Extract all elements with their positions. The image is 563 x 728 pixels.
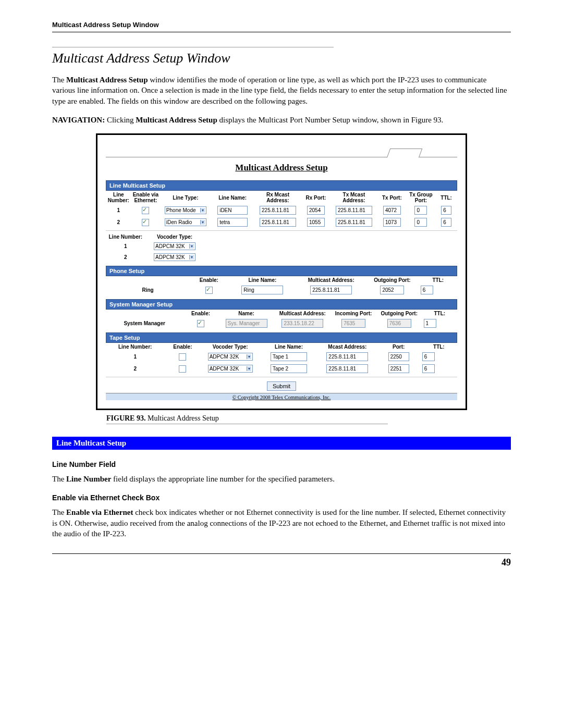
name-input[interactable]: Sys. Manager — [226, 319, 267, 328]
vocoder-select[interactable]: ADPCM 32K▾ — [208, 365, 253, 373]
intro-bold: Multicast Address Setup — [66, 76, 148, 84]
line-multicast-setup-heading: Line Multicast Setup — [52, 437, 511, 450]
figure-inner: Multicast Address Setup Line Multicast S… — [106, 145, 457, 400]
ttl-input[interactable]: 1 — [424, 319, 436, 328]
system-manager-table: Enable: Name: Multicast Address: Incomin… — [106, 310, 457, 329]
outgoing-port-input[interactable]: 7636 — [387, 319, 411, 328]
tx-port-input[interactable]: 1073 — [383, 218, 401, 227]
col-ttl: TTL: — [422, 310, 457, 317]
tx-group-port-input[interactable]: 0 — [414, 206, 427, 215]
tx-mcast-input[interactable]: 225.8.11.81 — [336, 206, 372, 215]
vocoder-value: ADPCM 32K — [210, 366, 239, 372]
header-rule — [52, 32, 511, 32]
ttl-input[interactable]: 6 — [441, 218, 451, 227]
mcast-addr-input[interactable]: 225.8.11.81 — [326, 352, 368, 361]
col-tx-group-port: Tx Group Port: — [407, 191, 436, 204]
mcast-addr-input[interactable]: 225.8.11.81 — [310, 286, 352, 294]
enable-checkbox[interactable] — [197, 320, 204, 327]
phone-setup-bar: Phone Setup — [106, 266, 457, 276]
line-name-input[interactable]: tetra — [217, 218, 248, 227]
line-number-field-head: Line Number Field — [52, 460, 511, 468]
enable-ethernet-field-head: Enable via Ethernet Check Box — [52, 493, 511, 502]
line-name-input[interactable]: iDEN — [217, 206, 248, 215]
col-line-type: Line Type: — [160, 191, 211, 204]
table-row: 1 ADPCM 32K▾ Tape 1 225.8.11.81 2250 6 — [106, 351, 457, 363]
ttl-input[interactable]: 6 — [441, 206, 451, 215]
col-line-number: Line Number: — [106, 343, 164, 351]
mcast-addr-input[interactable]: 233.15.18.22 — [282, 319, 323, 328]
col-name: Name: — [218, 310, 275, 317]
ring-label: Ring — [106, 284, 190, 296]
nav-bold: Multicast Address Setup — [136, 116, 217, 124]
table-row: Ring Ring 225.8.11.81 2052 6 — [106, 284, 457, 296]
col-enable: Enable: — [190, 276, 228, 284]
col-blank — [106, 276, 190, 284]
vocoder-select[interactable]: ADPCM 32K▾ — [154, 253, 195, 261]
enable-checkbox[interactable] — [142, 219, 149, 226]
tape-setup-table: Line Number: Enable: Vocoder Type: Line … — [106, 343, 457, 375]
figure-title: Multicast Address Setup — [106, 163, 457, 173]
col-outgoing-port: Outgoing Port: — [376, 310, 422, 317]
figure-caption: FIGURE 93. Multicast Address Setup — [106, 414, 511, 423]
col-blank — [106, 310, 183, 317]
chevron-down-icon: ▾ — [189, 255, 194, 260]
footer-rule — [52, 553, 511, 554]
page-header-title: Multicast Address Setup Window — [52, 21, 511, 29]
submit-button[interactable]: Submit — [267, 381, 296, 391]
enable-checkbox[interactable] — [205, 287, 213, 294]
line-type-value: Phone Mode — [166, 207, 196, 213]
col-enable-ethernet: Enable via Ethernet: — [131, 191, 161, 204]
incoming-port-input[interactable]: 7635 — [341, 319, 365, 328]
line-name-input[interactable]: Tape 1 — [271, 352, 307, 361]
rx-port-input[interactable]: 2054 — [307, 206, 325, 215]
chevron-down-icon: ▾ — [247, 354, 251, 359]
line-type-value: iDen Radio — [166, 219, 192, 225]
col-mcast-addr: Multicast Address: — [275, 310, 331, 317]
vocoder-select[interactable]: ADPCM 32K▾ — [208, 353, 253, 361]
rx-mcast-input[interactable]: 225.8.11.81 — [260, 218, 296, 227]
ttl-input[interactable]: 6 — [422, 352, 435, 361]
ttl-input[interactable]: 6 — [421, 286, 433, 294]
line-type-select[interactable]: Phone Mode▾ — [165, 206, 206, 214]
line-multicast-table: Line Number: Enable via Ethernet: Line T… — [106, 191, 457, 228]
chevron-down-icon: ▾ — [200, 220, 205, 225]
phone-setup-table: Enable: Line Name: Multicast Address: Ou… — [106, 276, 457, 296]
tx-mcast-input[interactable]: 225.8.11.81 — [336, 218, 372, 227]
line-name-input[interactable]: Tape 2 — [271, 364, 307, 373]
line-name-input[interactable]: Ring — [241, 286, 283, 294]
mcast-addr-input[interactable]: 225.8.11.81 — [326, 364, 368, 373]
line-num: 1 — [106, 241, 145, 252]
enable-checkbox[interactable] — [179, 365, 186, 373]
f2-prefix: The — [52, 508, 66, 516]
vocoder-select[interactable]: ADPCM 32K▾ — [154, 242, 195, 250]
col-port: Port: — [377, 343, 421, 351]
rx-mcast-input[interactable]: 225.8.11.81 — [260, 206, 296, 215]
separator — [106, 230, 457, 231]
outgoing-port-input[interactable]: 2052 — [380, 286, 404, 294]
col-ttl: TTL: — [435, 191, 457, 204]
browser-tab[interactable] — [387, 149, 423, 158]
line-num: 2 — [106, 216, 131, 228]
line-type-select[interactable]: iDen Radio▾ — [165, 218, 206, 226]
col-enable: Enable: — [183, 310, 218, 317]
port-input[interactable]: 2251 — [388, 364, 409, 373]
table-row: 1 ADPCM 32K▾ — [106, 241, 204, 252]
nav-mid: Clicking — [105, 116, 136, 124]
col-tx-port: Tx Port: — [377, 191, 407, 204]
line-number-field-desc: The Line Number field displays the appro… — [52, 474, 511, 484]
tx-group-port-input[interactable]: 0 — [414, 218, 427, 227]
col-rx-port: Rx Port: — [301, 191, 331, 204]
enable-checkbox[interactable] — [142, 207, 149, 214]
ttl-input[interactable]: 6 — [422, 364, 435, 373]
table-row: 1 Phone Mode▾ iDEN 225.8.11.81 2054 225.… — [106, 204, 457, 216]
col-vocoder-type: Vocoder Type: — [201, 343, 260, 351]
col-tx-mcast: Tx Mcast Address: — [331, 191, 377, 204]
rx-port-input[interactable]: 1055 — [307, 218, 325, 227]
tape-setup-bar: Tape Setup — [106, 332, 457, 343]
system-manager-setup-bar: System Manager Setup — [106, 299, 457, 310]
tx-port-input[interactable]: 4072 — [383, 206, 401, 215]
table-row: 2 ADPCM 32K▾ — [106, 252, 204, 263]
enable-checkbox[interactable] — [179, 353, 186, 361]
port-input[interactable]: 2250 — [388, 352, 409, 361]
copyright-text: © Copyright 2008 Telex Communications, I… — [106, 393, 457, 400]
